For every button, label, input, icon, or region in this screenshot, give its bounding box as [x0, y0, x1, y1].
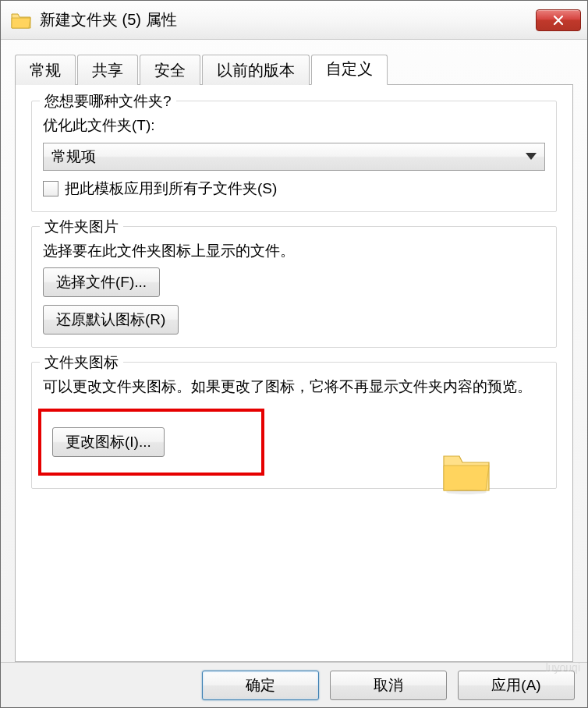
properties-dialog: 新建文件夹 (5) 属性 常规 共享 安全 以前的版本 自定义 您想要哪种文件夹…	[0, 0, 588, 708]
folder-picture-desc: 选择要在此文件夹图标上显示的文件。	[43, 241, 545, 262]
tabstrip: 常规 共享 安全 以前的版本 自定义	[15, 54, 573, 85]
group-folder-picture-title: 文件夹图片	[40, 217, 123, 237]
group-folder-type-title: 您想要哪种文件夹?	[40, 91, 176, 112]
tab-customize[interactable]: 自定义	[311, 55, 388, 85]
watermark: luyouqi	[546, 661, 580, 674]
folder-icon-preview	[439, 448, 494, 499]
optimize-select-value: 常规项	[51, 147, 96, 167]
titlebar: 新建文件夹 (5) 属性	[1, 1, 587, 40]
svg-point-0	[446, 490, 487, 494]
folder-icon-desc: 可以更改文件夹图标。如果更改了图标，它将不再显示文件夹内容的预览。	[43, 377, 545, 398]
group-folder-type: 您想要哪种文件夹? 优化此文件夹(T): 常规项 把此模板应用到所有子文件夹(S…	[31, 101, 557, 212]
choose-file-button[interactable]: 选择文件(F)...	[43, 267, 160, 297]
close-button[interactable]	[536, 9, 581, 31]
apply-subfolders-label: 把此模板应用到所有子文件夹(S)	[65, 179, 277, 199]
group-folder-icon-title: 文件夹图标	[40, 352, 123, 373]
window-title: 新建文件夹 (5) 属性	[40, 9, 536, 30]
group-folder-picture: 文件夹图片 选择要在此文件夹图标上显示的文件。 选择文件(F)... 还原默认图…	[31, 226, 557, 349]
tab-sharing[interactable]: 共享	[77, 55, 138, 85]
apply-subfolders-row: 把此模板应用到所有子文件夹(S)	[43, 179, 545, 199]
highlight-annotation: 更改图标(I)...	[38, 409, 264, 476]
tabpanel-customize: 您想要哪种文件夹? 优化此文件夹(T): 常规项 把此模板应用到所有子文件夹(S…	[15, 85, 573, 662]
tab-previous-versions[interactable]: 以前的版本	[202, 55, 310, 85]
close-icon	[552, 15, 565, 26]
folder-icon	[10, 11, 32, 30]
chevron-down-icon	[526, 153, 537, 160]
folder-icon	[439, 448, 494, 495]
cancel-button[interactable]: 取消	[330, 671, 447, 700]
optimize-select[interactable]: 常规项	[43, 143, 545, 171]
restore-default-button[interactable]: 还原默认图标(R)	[43, 305, 179, 335]
change-icon-button[interactable]: 更改图标(I)...	[52, 427, 165, 457]
apply-button[interactable]: 应用(A)	[458, 671, 575, 700]
optimize-label: 优化此文件夹(T):	[43, 115, 545, 136]
content-area: 常规 共享 安全 以前的版本 自定义 您想要哪种文件夹? 优化此文件夹(T): …	[1, 40, 587, 662]
ok-button[interactable]: 确定	[202, 671, 319, 700]
tab-general[interactable]: 常规	[15, 55, 76, 85]
tab-security[interactable]: 安全	[140, 55, 200, 85]
apply-subfolders-checkbox[interactable]	[43, 181, 58, 196]
dialog-button-bar: 确定 取消 应用(A)	[1, 662, 587, 707]
group-folder-icon: 文件夹图标 可以更改文件夹图标。如果更改了图标，它将不再显示文件夹内容的预览。 …	[31, 362, 557, 489]
